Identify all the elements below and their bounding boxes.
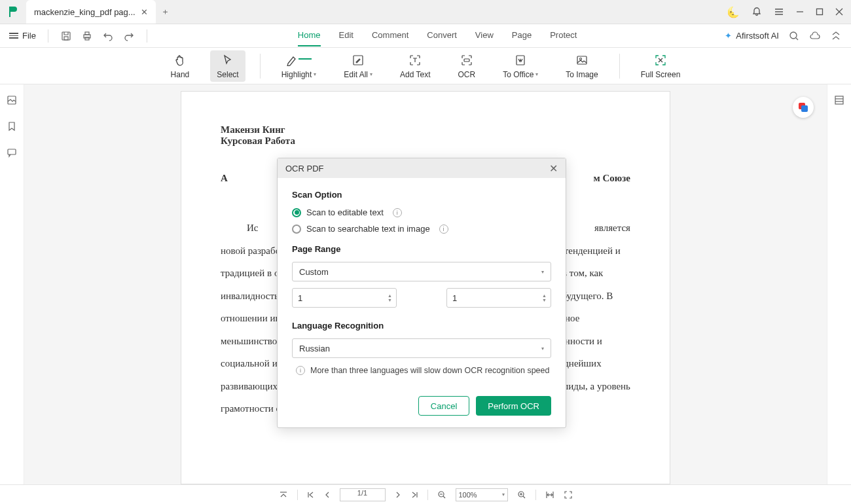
- page-range-label: Page Range: [292, 244, 551, 254]
- tool-hand[interactable]: Hand: [164, 50, 196, 82]
- next-page-icon[interactable]: [395, 491, 401, 499]
- fit-page-icon[interactable]: [564, 490, 573, 499]
- author-line1: Макензи Кинг: [221, 124, 630, 135]
- svg-line-13: [796, 38, 798, 40]
- add-tab-button[interactable]: ＋: [156, 6, 175, 18]
- spinner-arrows[interactable]: ▲▼: [542, 293, 547, 302]
- zoom-select[interactable]: 100%▾: [456, 488, 508, 501]
- ai-label: Afirstsoft AI: [736, 31, 779, 41]
- radio-editable[interactable]: Scan to editable text i: [292, 207, 551, 217]
- dialog-close-icon[interactable]: ✕: [549, 162, 558, 175]
- dialog-body: Scan Option Scan to editable text i Scan…: [278, 178, 566, 387]
- tool-edit-all[interactable]: Edit All▾: [337, 50, 379, 82]
- theme-icon[interactable]: 🌜: [727, 6, 740, 18]
- info-icon[interactable]: i: [393, 208, 402, 217]
- menubar-tabs: Home Edit Comment Convert View Page Prot…: [298, 25, 577, 46]
- sparkle-icon: ✦: [725, 31, 732, 41]
- page-input[interactable]: 1/1: [340, 488, 386, 501]
- cancel-button[interactable]: Cancel: [418, 396, 469, 416]
- toolbar: Hand Select Highlight▾ Edit All▾ Add Tex…: [0, 48, 851, 84]
- bookmark-icon[interactable]: [7, 121, 16, 132]
- print-icon[interactable]: [81, 30, 93, 42]
- fit-width-icon[interactable]: [545, 490, 554, 499]
- tool-select[interactable]: Select: [210, 50, 245, 82]
- titlebar-left: mackenzie_king_pdf pag... ✕ ＋: [0, 0, 175, 24]
- radio-icon: [292, 208, 301, 217]
- bell-icon[interactable]: [751, 7, 762, 17]
- tool-label: To Image: [566, 70, 598, 79]
- save-icon[interactable]: [60, 30, 72, 42]
- left-rail: [0, 84, 24, 484]
- scroll-top-icon[interactable]: [279, 490, 288, 499]
- tool-label: Add Text: [400, 70, 430, 79]
- redo-icon[interactable]: [123, 30, 135, 42]
- dialog-header[interactable]: OCR PDF ✕: [278, 158, 566, 178]
- ocr-dialog: OCR PDF ✕ Scan Option Scan to editable t…: [277, 158, 566, 428]
- tab-edit[interactable]: Edit: [339, 25, 353, 46]
- radio-searchable[interactable]: Scan to searchable text in image i: [292, 224, 551, 234]
- tool-label: OCR: [458, 70, 476, 79]
- properties-icon[interactable]: [834, 95, 844, 105]
- radio-icon: [292, 225, 301, 234]
- info-icon: i: [296, 366, 305, 375]
- range-to-input[interactable]: 1 ▲▼: [446, 288, 551, 308]
- tool-label: Select: [217, 70, 238, 79]
- thumbnails-icon[interactable]: [7, 95, 17, 105]
- menu-icon[interactable]: [774, 7, 784, 17]
- tab-page[interactable]: Page: [512, 25, 532, 46]
- zoom-out-icon[interactable]: [437, 490, 446, 499]
- tool-to-image[interactable]: To Image: [559, 50, 604, 82]
- tab-comment[interactable]: Comment: [372, 25, 408, 46]
- dialog-title: OCR PDF: [285, 164, 324, 173]
- convert-badge[interactable]: [793, 97, 814, 118]
- caret-icon: ▾: [370, 71, 372, 77]
- page-range-select[interactable]: Custom ▾: [292, 262, 551, 281]
- tab-home[interactable]: Home: [298, 25, 321, 46]
- tool-ocr[interactable]: OCR: [452, 50, 482, 82]
- perform-ocr-button[interactable]: Perform OCR: [476, 396, 551, 416]
- hint-row: i More than three languages will slow do…: [292, 366, 551, 375]
- tool-add-text[interactable]: Add Text: [393, 50, 437, 82]
- language-select[interactable]: Russian ▾: [292, 338, 551, 358]
- menubar-right: ✦ Afirstsoft AI: [725, 30, 842, 42]
- first-page-icon[interactable]: [307, 491, 315, 499]
- bottombar: 1/1 100%▾: [0, 484, 851, 504]
- range-from-input[interactable]: 1 ▲▼: [292, 288, 397, 308]
- tool-label: To Office▾: [503, 70, 538, 79]
- radio-label: Scan to searchable text in image: [306, 224, 430, 234]
- minimize-icon[interactable]: [796, 8, 804, 16]
- dialog-footer: Cancel Perform OCR: [278, 387, 566, 427]
- close-tab-icon[interactable]: ✕: [141, 7, 148, 17]
- tab-title: mackenzie_king_pdf pag...: [34, 7, 136, 17]
- search-icon[interactable]: [788, 30, 800, 42]
- tool-fullscreen[interactable]: Full Screen: [634, 50, 687, 82]
- maximize-icon[interactable]: [816, 8, 824, 16]
- info-icon[interactable]: i: [439, 225, 448, 234]
- close-window-icon[interactable]: [835, 8, 843, 16]
- cloud-icon[interactable]: [809, 30, 821, 42]
- prev-page-icon[interactable]: [324, 491, 331, 499]
- separator: [535, 490, 536, 500]
- spinner-value: 1: [452, 293, 457, 303]
- collapse-icon[interactable]: [830, 30, 842, 42]
- edit-icon: [352, 53, 365, 67]
- tab-view[interactable]: View: [475, 25, 494, 46]
- last-page-icon[interactable]: [410, 491, 418, 499]
- separator: [260, 54, 261, 79]
- spinner-arrows[interactable]: ▲▼: [388, 293, 392, 302]
- svg-line-35: [523, 496, 525, 498]
- tool-highlight[interactable]: Highlight▾: [275, 50, 323, 82]
- spinner-value: 1: [298, 293, 302, 303]
- undo-icon[interactable]: [102, 30, 114, 42]
- caret-icon: ▾: [541, 346, 544, 351]
- tool-to-office[interactable]: To Office▾: [496, 50, 545, 82]
- document-tab[interactable]: mackenzie_king_pdf pag... ✕: [26, 0, 156, 24]
- ai-button[interactable]: ✦ Afirstsoft AI: [725, 31, 779, 41]
- tab-protect[interactable]: Protect: [550, 25, 577, 46]
- svg-rect-15: [464, 59, 469, 62]
- svg-rect-4: [817, 9, 823, 15]
- file-menu[interactable]: File: [9, 31, 36, 41]
- comments-icon[interactable]: [7, 147, 17, 158]
- tab-convert[interactable]: Convert: [427, 25, 457, 46]
- zoom-in-icon[interactable]: [517, 490, 526, 499]
